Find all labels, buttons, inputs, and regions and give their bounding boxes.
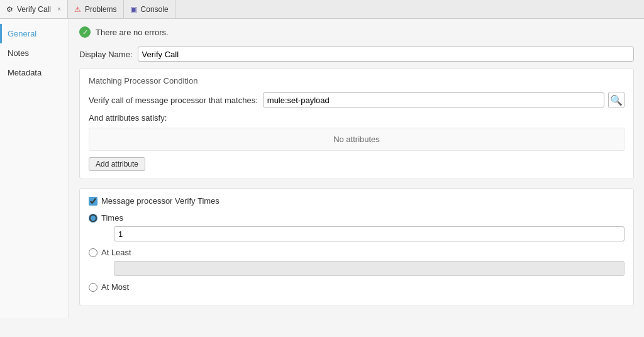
status-success-icon: ✓ <box>79 26 91 38</box>
console-tab-icon: ▣ <box>130 5 137 14</box>
main-layout: General Notes Metadata ✓ There are no er… <box>0 19 644 318</box>
times-option: Times <box>89 213 625 241</box>
sidebar-item-general[interactable]: General <box>0 24 69 43</box>
matching-condition-title: Matching Processor Condition <box>89 76 625 86</box>
at-least-radio-label: At Least <box>101 248 131 257</box>
display-name-label: Display Name: <box>79 50 133 59</box>
times-radio[interactable] <box>89 214 97 223</box>
at-most-radio-row: At Most <box>89 282 625 292</box>
verify-times-label: Message processor Verify Times <box>101 196 219 206</box>
times-radio-label: Times <box>101 213 123 223</box>
tab-verify-call[interactable]: ⚙ Verify Call × <box>0 0 68 18</box>
verify-times-checkbox[interactable] <box>89 197 97 206</box>
status-message: There are no errors. <box>96 28 169 37</box>
processor-input[interactable] <box>263 92 604 108</box>
times-radio-row: Times <box>89 213 625 223</box>
at-least-input-wrap <box>89 261 625 276</box>
tab-problems[interactable]: ⚠ Problems <box>68 0 124 18</box>
processor-condition-label: Verify call of message processor that ma… <box>89 96 258 105</box>
verify-call-tab-icon: ⚙ <box>6 5 13 14</box>
at-most-option: At Most <box>89 282 625 292</box>
attributes-label: And attributes satisfy: <box>89 113 625 123</box>
add-attribute-button[interactable]: Add attribute <box>89 157 145 171</box>
at-most-radio[interactable] <box>89 283 97 292</box>
at-least-option: At Least <box>89 248 625 276</box>
verify-times-header: Message processor Verify Times <box>89 196 625 206</box>
tab-close-button[interactable]: × <box>57 6 61 13</box>
at-least-radio[interactable] <box>89 248 97 257</box>
problems-tab-icon: ⚠ <box>74 5 81 14</box>
tab-console[interactable]: ▣ Console <box>124 0 175 18</box>
display-name-row: Display Name: <box>79 47 634 62</box>
matching-condition-section: Matching Processor Condition Verify call… <box>79 68 634 179</box>
tab-verify-call-label: Verify Call <box>17 5 51 14</box>
sidebar: General Notes Metadata <box>0 19 69 318</box>
at-least-input[interactable] <box>114 261 625 276</box>
processor-input-wrap: 🔍 <box>263 92 625 108</box>
times-input[interactable] <box>114 226 625 241</box>
search-processor-button[interactable]: 🔍 <box>608 92 625 108</box>
verify-times-section: Message processor Verify Times Times At … <box>79 188 634 306</box>
at-most-radio-label: At Most <box>101 282 129 292</box>
times-input-wrap <box>89 226 625 241</box>
sidebar-item-notes[interactable]: Notes <box>0 43 69 63</box>
processor-condition-row: Verify call of message processor that ma… <box>89 92 625 108</box>
tab-problems-label: Problems <box>85 5 117 14</box>
no-attributes-text: No attributes <box>89 128 625 151</box>
status-bar: ✓ There are no errors. <box>79 26 634 38</box>
tab-console-label: Console <box>141 5 169 14</box>
tab-bar: ⚙ Verify Call × ⚠ Problems ▣ Console <box>0 0 644 19</box>
content-area: ✓ There are no errors. Display Name: Mat… <box>69 19 644 318</box>
sidebar-item-metadata[interactable]: Metadata <box>0 63 69 82</box>
display-name-input[interactable] <box>138 47 634 62</box>
at-least-radio-row: At Least <box>89 248 625 257</box>
